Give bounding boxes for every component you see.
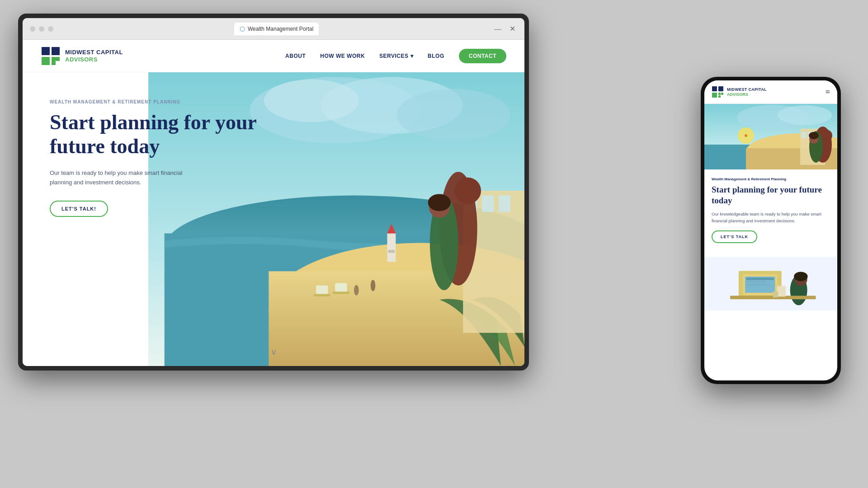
svg-rect-36 [712, 93, 717, 98]
desktop-website: MIDWEST CAPITAL ADVISORS ABOUT HOW WE WO… [23, 40, 524, 366]
monitor-frame: ⬡ Wealth Management Portal — ✕ [18, 14, 529, 371]
monitor-inner: ⬡ Wealth Management Portal — ✕ [23, 18, 524, 366]
svg-rect-28 [498, 196, 510, 212]
mobile-frame: MIDWEST CAPITAL ADVISORS ≡ [701, 77, 841, 384]
svg-rect-38 [721, 93, 723, 95]
svg-rect-34 [712, 86, 717, 91]
mobile-inner: MIDWEST CAPITAL ADVISORS ≡ [704, 80, 837, 380]
svg-point-51 [821, 130, 832, 141]
svg-point-9 [396, 89, 510, 141]
svg-rect-35 [718, 86, 723, 91]
hero-cta-button[interactable]: LET'S TALK! [50, 201, 108, 217]
hamburger-menu-icon[interactable]: ≡ [826, 87, 830, 97]
chevron-down-icon: ▾ [410, 53, 414, 59]
logo-text: MIDWEST CAPITAL ADVISORS [65, 49, 123, 63]
mobile-description: Our knowledgeable team is ready to help … [712, 211, 830, 224]
svg-point-24 [354, 285, 359, 296]
mobile-content: Wealth Management & Retirement Planning … [704, 169, 837, 257]
close-button[interactable]: ✕ [508, 24, 517, 33]
scroll-indicator: ∨ [271, 347, 277, 357]
minimize-button[interactable]: — [492, 25, 503, 33]
svg-point-10 [264, 80, 359, 122]
mobile-logo-text: MIDWEST CAPITAL ADVISORS [727, 87, 767, 97]
mobile-eyebrow: Wealth Management & Retirement Planning [712, 177, 830, 182]
browser-tab-label: Wealth Management Portal [248, 26, 313, 32]
browser-min-btn[interactable] [39, 26, 44, 32]
logo: MIDWEST CAPITAL ADVISORS [41, 46, 123, 66]
svg-rect-62 [746, 284, 770, 286]
nav-services[interactable]: SERVICES ▾ [379, 53, 413, 59]
mobile-bottom-illustration [704, 257, 837, 311]
svg-rect-2 [42, 57, 50, 65]
mobile-title: Start planning for your future today [712, 184, 830, 206]
browser-chrome: ⬡ Wealth Management Portal — ✕ [23, 18, 524, 40]
mobile-logo: MIDWEST CAPITAL ADVISORS [712, 86, 767, 99]
svg-rect-18 [335, 283, 347, 292]
svg-point-33 [428, 194, 450, 211]
browser-close-btn[interactable] [30, 26, 35, 32]
hero-eyebrow: WEALTH MANAGEMENT & RETIREMENT PLANNING [50, 99, 258, 104]
svg-rect-3 [52, 57, 56, 61]
svg-point-54 [809, 132, 819, 139]
svg-point-65 [794, 272, 807, 282]
navbar: MIDWEST CAPITAL ADVISORS ABOUT HOW WE WO… [23, 40, 524, 72]
nav-how-we-work[interactable]: HOW WE WORK [320, 53, 365, 59]
mobile-logo-icon [712, 86, 724, 99]
browser-tab-icon: ⬡ [240, 25, 245, 33]
hero-content: WEALTH MANAGEMENT & RETIREMENT PLANNING … [23, 72, 258, 217]
logo-icon [41, 46, 61, 66]
svg-rect-37 [718, 93, 721, 95]
svg-rect-39 [718, 95, 721, 98]
browser-controls [30, 26, 53, 32]
nav-links: ABOUT HOW WE WORK SERVICES ▾ BLOG CONTAC… [285, 49, 506, 63]
mobile-logo-subtitle: ADVISORS [727, 92, 767, 97]
logo-title: MIDWEST CAPITAL [65, 49, 123, 56]
svg-point-42 [778, 105, 832, 125]
svg-rect-68 [773, 291, 778, 297]
svg-rect-27 [482, 196, 494, 212]
browser-tab[interactable]: ⬡ Wealth Management Portal [234, 23, 319, 35]
mobile-hero-image [704, 104, 837, 169]
svg-point-30 [454, 178, 481, 204]
svg-rect-17 [313, 294, 330, 296]
svg-rect-60 [746, 278, 774, 280]
svg-rect-22 [388, 250, 395, 253]
browser-max-btn[interactable] [48, 26, 53, 32]
nav-about[interactable]: ABOUT [285, 53, 306, 59]
svg-rect-67 [777, 286, 786, 297]
svg-rect-4 [56, 57, 60, 61]
hero-section: WEALTH MANAGEMENT & RETIREMENT PLANNING … [23, 72, 524, 366]
svg-rect-16 [316, 286, 328, 294]
contact-button[interactable]: CONTACT [459, 49, 506, 63]
nav-blog[interactable]: BLOG [428, 53, 444, 59]
svg-rect-61 [746, 281, 766, 282]
svg-point-55 [745, 134, 747, 137]
mobile-navbar: MIDWEST CAPITAL ADVISORS ≡ [704, 80, 837, 104]
svg-point-23 [370, 280, 375, 291]
svg-rect-5 [52, 61, 56, 65]
mobile-logo-title: MIDWEST CAPITAL [727, 87, 767, 92]
hero-title: Start planning for your future today [50, 111, 258, 159]
svg-rect-20 [387, 233, 396, 262]
svg-rect-48 [802, 132, 806, 138]
mobile-cta-button[interactable]: LET'S TALK [712, 230, 757, 243]
window-controls: — ✕ [492, 24, 517, 33]
svg-rect-0 [42, 47, 50, 55]
svg-rect-19 [332, 291, 349, 294]
logo-subtitle: ADVISORS [65, 56, 123, 63]
svg-rect-1 [52, 47, 60, 55]
hero-description: Our team is ready to help you make smart… [50, 169, 203, 188]
